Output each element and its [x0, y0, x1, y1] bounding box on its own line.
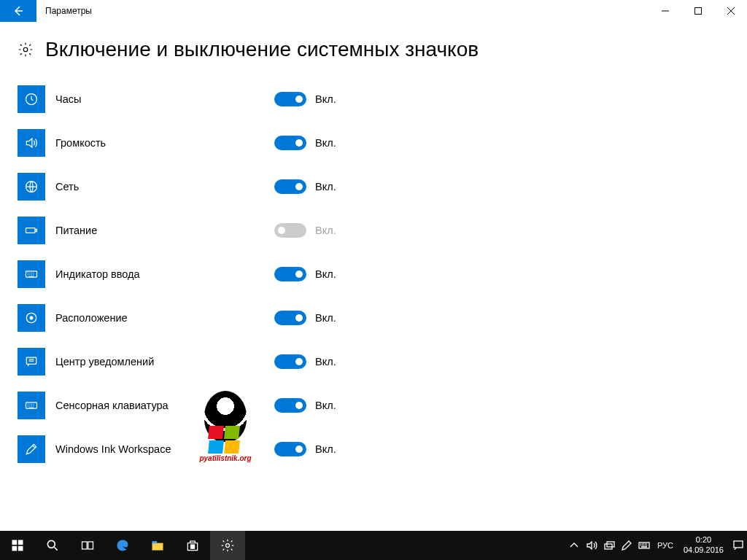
app-title: Параметры: [45, 6, 92, 16]
gear-icon: [18, 42, 34, 58]
svg-point-26: [226, 544, 230, 548]
volume-icon: [18, 129, 45, 157]
setting-label: Часы: [55, 93, 274, 105]
toggle-location[interactable]: [274, 311, 306, 325]
edge-button[interactable]: [105, 531, 140, 560]
svg-rect-14: [12, 546, 18, 551]
svg-point-2: [23, 47, 28, 52]
taskbar: РУС 0:20 04.09.2016: [0, 531, 747, 560]
svg-rect-1: [694, 8, 701, 15]
svg-rect-25: [193, 547, 194, 548]
pen-icon: [18, 435, 45, 463]
toggle-volume[interactable]: [274, 136, 306, 150]
setting-label: Питание: [55, 225, 274, 236]
keyboard-icon: [18, 392, 45, 419]
file-explorer-button[interactable]: [140, 531, 175, 560]
toggle-state-label: Вкл.: [315, 225, 336, 236]
page-heading: Включение и выключение системных значков: [18, 38, 747, 61]
svg-rect-17: [82, 542, 88, 549]
svg-rect-19: [152, 543, 163, 551]
setting-row-action-center: Центр уведомлений Вкл.: [18, 340, 747, 384]
setting-row-location: Расположение Вкл.: [18, 296, 747, 340]
tray-pen-icon[interactable]: [618, 531, 635, 560]
tray-language[interactable]: РУС: [653, 541, 678, 550]
start-button[interactable]: [0, 531, 35, 560]
setting-label: Индикатор ввода: [55, 268, 274, 280]
setting-row-touch-keyboard: Сенсорная клавиатура Вкл.: [18, 384, 747, 427]
svg-rect-18: [88, 542, 93, 549]
toggle-state-label: Вкл.: [315, 137, 336, 149]
toggle-ink-workspace[interactable]: [274, 442, 306, 456]
titlebar: Параметры: [0, 0, 747, 22]
svg-point-9: [30, 316, 34, 320]
watermark-image: pyatilistnik.org: [191, 391, 260, 459]
toggle-state-label: Вкл.: [315, 312, 336, 324]
setting-label: Центр уведомлений: [55, 356, 274, 368]
svg-rect-23: [193, 545, 194, 546]
setting-row-volume: Громкость Вкл.: [18, 121, 747, 165]
svg-rect-24: [191, 547, 193, 548]
svg-rect-20: [152, 541, 158, 543]
window-controls: [649, 0, 747, 22]
setting-label: Расположение: [55, 312, 274, 324]
task-view-button[interactable]: [70, 531, 105, 560]
clock-icon: [18, 85, 45, 113]
toggle-input-indicator[interactable]: [274, 267, 306, 281]
toggle-touch-keyboard[interactable]: [274, 398, 306, 413]
tray-volume-icon[interactable]: [583, 531, 600, 560]
svg-rect-6: [36, 229, 37, 231]
svg-rect-13: [18, 540, 23, 545]
minimize-button[interactable]: [649, 0, 681, 22]
setting-row-network: Сеть Вкл.: [18, 165, 747, 209]
tray-action-center-icon[interactable]: [729, 531, 747, 560]
toggle-state-label: Вкл.: [315, 181, 336, 192]
setting-row-ink-workspace: Windows Ink Workspace Вкл.: [18, 427, 747, 471]
tray-network-icon[interactable]: [600, 531, 618, 560]
location-icon: [18, 304, 45, 332]
toggle-state-label: Вкл.: [315, 268, 336, 280]
page-title: Включение и выключение системных значков: [45, 38, 479, 61]
toggle-action-center[interactable]: [274, 354, 306, 369]
svg-rect-5: [26, 228, 36, 233]
settings-list: Часы Вкл. Громкость Вкл. Сеть Вкл. Питан…: [18, 77, 747, 471]
toggle-state-label: Вкл.: [315, 356, 336, 368]
store-button[interactable]: [175, 531, 210, 560]
tray-clock[interactable]: 0:20 04.09.2016: [678, 535, 729, 556]
back-button[interactable]: [0, 0, 36, 22]
svg-rect-15: [18, 546, 23, 551]
toggle-power: [274, 223, 306, 238]
watermark-text: pyatilistnik.org: [191, 454, 260, 462]
battery-icon: [18, 217, 45, 244]
settings-taskbar-button[interactable]: [210, 531, 245, 560]
keyboard-icon: [18, 260, 45, 288]
toggle-clock[interactable]: [274, 92, 306, 106]
svg-rect-22: [191, 545, 193, 546]
toggle-network[interactable]: [274, 179, 306, 194]
toggle-state-label: Вкл.: [315, 93, 336, 105]
setting-label: Сеть: [55, 181, 274, 192]
setting-row-clock: Часы Вкл.: [18, 77, 747, 121]
tray-chevron-icon[interactable]: [565, 531, 583, 560]
toggle-state-label: Вкл.: [315, 400, 336, 411]
maximize-button[interactable]: [681, 0, 714, 22]
svg-rect-12: [12, 540, 18, 545]
system-tray: РУС 0:20 04.09.2016: [565, 531, 747, 560]
arrow-left-icon: [12, 5, 24, 17]
search-button[interactable]: [35, 531, 70, 560]
toggle-state-label: Вкл.: [315, 443, 336, 455]
svg-rect-30: [734, 541, 743, 548]
close-button[interactable]: [714, 0, 747, 22]
setting-label: Громкость: [55, 137, 274, 149]
tray-keyboard-icon[interactable]: [635, 531, 653, 560]
setting-row-power: Питание Вкл.: [18, 209, 747, 252]
svg-point-16: [47, 540, 55, 548]
setting-row-input-indicator: Индикатор ввода Вкл.: [18, 252, 747, 296]
globe-icon: [18, 173, 45, 201]
notifications-icon: [18, 348, 45, 376]
